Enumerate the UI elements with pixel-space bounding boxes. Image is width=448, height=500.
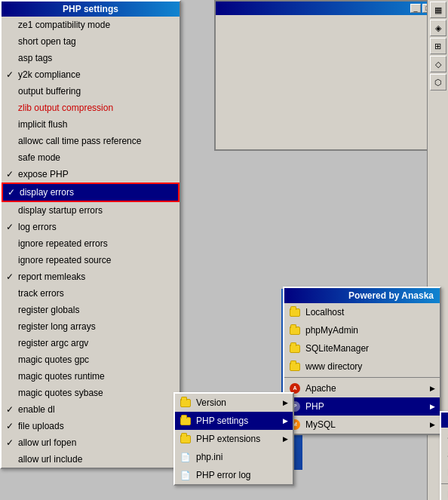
php-settings-title: PHP settings: [2, 2, 180, 17]
menu-item-display-startup[interactable]: display startup errors: [2, 202, 180, 219]
menu-item-allow-url-fopen[interactable]: allow url fopen: [2, 434, 180, 451]
minimize-button[interactable]: _: [410, 4, 421, 13]
quick-item-stop-all[interactable]: Stop All Services: [441, 446, 448, 464]
folder-icon-sqlitemanager: [289, 342, 301, 354]
toolbar-icon-2[interactable]: ◈: [430, 20, 446, 36]
sub-item-php-extensions[interactable]: PHP extensions: [175, 430, 293, 448]
wamp-item-mysql[interactable]: M MySQL: [284, 416, 440, 434]
sub-item-version[interactable]: Version: [175, 394, 293, 412]
menu-item-magic-quotes-gpc[interactable]: magic quotes gpc: [2, 351, 180, 368]
php-settings-menu: PHP settings ze1 compatibility mode shor…: [0, 0, 181, 469]
menu-item-register-argc-argv[interactable]: register argc argv: [2, 335, 180, 351]
folder-icon-version: [180, 397, 192, 409]
menu-item-magic-quotes-runtime[interactable]: magic quotes runtime: [2, 368, 180, 385]
menu-item-ignore-repeated-errors[interactable]: ignore repeated errors: [2, 235, 180, 252]
bg-window-titlebar: _ □ ×: [216, 2, 446, 15]
toolbar-icon-5[interactable]: ⬡: [430, 74, 446, 90]
toolbar-icon-3[interactable]: ⊞: [430, 38, 446, 54]
wamp-menu-header: Powered by Anaska: [284, 288, 440, 303]
menu-item-output-buffering[interactable]: output buffering: [2, 83, 180, 100]
folder-icon-php-settings: [180, 415, 192, 427]
menu-item-file-uploads[interactable]: file uploads: [2, 418, 180, 434]
quick-item-start-all[interactable]: Start All Services: [441, 428, 448, 446]
menu-item-asp-tags[interactable]: asp tags: [2, 50, 180, 66]
wamp-item-sqlitemanager[interactable]: SQLiteManager: [284, 339, 440, 357]
quick-separator: [441, 483, 448, 484]
menu-item-register-globals[interactable]: register globals: [2, 302, 180, 318]
menu-item-report-memleaks[interactable]: report memleaks: [2, 268, 180, 285]
wamp-item-apache[interactable]: A Apache: [284, 379, 440, 397]
menu-item-display-errors[interactable]: display errors: [2, 183, 180, 202]
wamp-context-menu: Powered by Anaska Localhost phpMyAdmin S…: [283, 287, 441, 435]
menu-item-zlib[interactable]: zlib output compression: [2, 100, 180, 116]
wamp-item-www-directory[interactable]: www directory: [284, 357, 440, 376]
menu-item-log-errors[interactable]: log errors: [2, 219, 180, 235]
menu-item-allow-url-include[interactable]: allow url include: [2, 451, 180, 468]
menu-item-register-long-arrays[interactable]: register long arrays: [2, 318, 180, 335]
menu-item-magic-quotes-sybase[interactable]: magic quotes sybase: [2, 385, 180, 401]
menu-item-track-errors[interactable]: track errors: [2, 285, 180, 302]
menu-item-ze1[interactable]: ze1 compatibility mode: [2, 17, 180, 33]
folder-icon-www: [289, 360, 301, 373]
menu-item-ignore-repeated-source[interactable]: ignore repeated source: [2, 252, 180, 268]
sub-item-php-ini[interactable]: 📄 php.ini: [175, 448, 293, 466]
toolbar-icon-1[interactable]: ▦: [430, 2, 446, 18]
desktop: _ □ × ▦ ◈ ⊞ ◇ ⬡ PHP settings ze1 compati…: [0, 0, 448, 500]
menu-item-enable-dl[interactable]: enable dl: [2, 401, 180, 418]
wamp-item-localhost[interactable]: Localhost: [284, 303, 440, 321]
menu-item-short-open-tag[interactable]: short open tag: [2, 33, 180, 50]
toolbar-icon-4[interactable]: ◇: [430, 56, 446, 72]
quick-item-restart-all[interactable]: Restart All Services: [441, 464, 448, 482]
folder-icon-phpmyadmin: [289, 324, 301, 336]
quick-admin-header: Quick Admin: [441, 413, 448, 428]
folder-icon-php-extensions: [180, 433, 192, 445]
menu-item-allowc[interactable]: allowc call time pass reference: [2, 133, 180, 149]
menu-item-expose-php[interactable]: expose PHP: [2, 166, 180, 183]
sub-item-php-settings[interactable]: PHP settings: [175, 412, 293, 430]
file-icon-php-ini: 📄: [180, 451, 192, 463]
middle-submenu: Version PHP settings PHP extensions 📄 ph…: [173, 392, 294, 486]
quick-item-put-online[interactable]: Put Online: [441, 486, 448, 500]
wamp-separator-1: [284, 377, 440, 378]
sub-item-php-error-log[interactable]: 📄 PHP error log: [175, 466, 293, 484]
file-icon-php-error-log: 📄: [180, 469, 192, 481]
menu-item-y2k[interactable]: y2k compliance: [2, 66, 180, 83]
folder-icon-localhost: [289, 306, 301, 318]
background-window: _ □ ×: [214, 0, 448, 151]
wamp-item-phpmyadmin[interactable]: phpMyAdmin: [284, 321, 440, 339]
quick-admin-menu: Quick Admin Start All Services Stop All …: [440, 411, 448, 500]
wamp-item-php[interactable]: P PHP: [284, 397, 440, 416]
menu-item-implicit-flush[interactable]: implicit flush: [2, 116, 180, 133]
menu-item-safe-mode[interactable]: safe mode: [2, 149, 180, 166]
